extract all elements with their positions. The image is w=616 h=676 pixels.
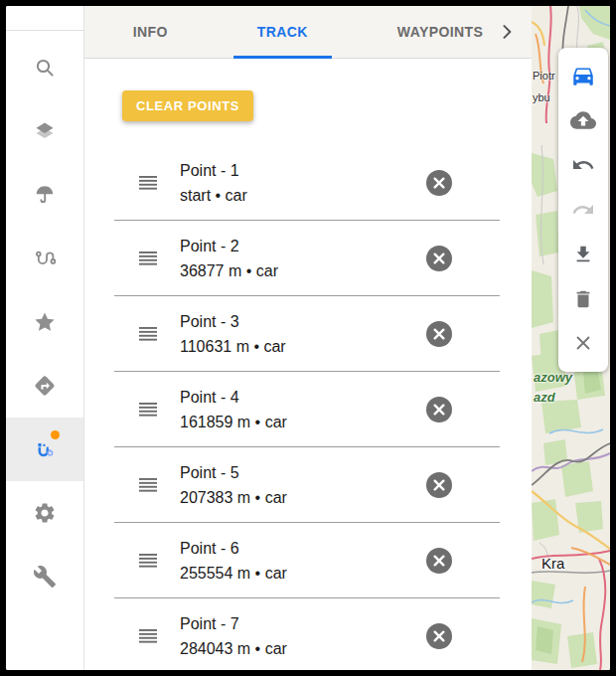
track-points-list: Point - 1 start • car — [114, 145, 500, 670]
undo-icon — [571, 153, 595, 177]
sidebar-item-layers[interactable] — [6, 99, 83, 163]
track-point-row: Point - 2 36877 m • car — [114, 221, 500, 296]
delete-point-button[interactable] — [426, 321, 452, 347]
drag-handle-icon[interactable] — [139, 252, 157, 265]
map-city-label: Kra — [541, 555, 564, 572]
sidebar-item-favorites[interactable] — [6, 290, 83, 354]
drag-handle-icon[interactable] — [139, 403, 157, 417]
undo-button[interactable] — [563, 146, 603, 184]
drag-handle-icon[interactable] — [139, 554, 157, 568]
upload-button[interactable] — [563, 101, 603, 139]
drag-handle-icon[interactable] — [139, 629, 157, 643]
track-point-row: Point - 1 start • car — [114, 145, 500, 221]
track-editor-icon — [33, 437, 57, 461]
car-icon — [570, 63, 596, 88]
point-text: Point - 3 110631 m • car — [180, 309, 286, 359]
close-icon — [433, 328, 445, 340]
track-point-row: Point - 3 110631 m • car — [114, 296, 500, 372]
point-subtitle: start • car — [180, 183, 247, 208]
sidebar-item-tracks[interactable] — [6, 227, 83, 290]
layers-icon — [33, 119, 57, 143]
close-icon — [433, 555, 445, 567]
map-park-label: azd — [534, 390, 555, 405]
delete-point-button[interactable] — [426, 548, 452, 574]
delete-track-button[interactable] — [563, 280, 603, 318]
point-title: Point - 4 — [180, 385, 287, 410]
download-button[interactable] — [563, 236, 603, 273]
drag-handle-icon[interactable] — [139, 327, 157, 341]
delete-point-button[interactable] — [426, 623, 452, 649]
umbrella-icon — [33, 183, 57, 207]
point-text: Point - 7 284043 m • car — [180, 611, 287, 661]
point-text: Point - 1 start • car — [180, 158, 247, 208]
close-icon — [433, 177, 445, 189]
route-profile-car-button[interactable] — [563, 57, 603, 94]
tab-waypoints[interactable]: WAYPOINTS — [374, 6, 507, 58]
point-title: Point - 1 — [180, 158, 247, 183]
delete-point-button[interactable] — [426, 246, 452, 271]
sidebar-item-directions[interactable] — [6, 354, 83, 418]
delete-point-button[interactable] — [426, 472, 452, 498]
wrench-icon — [33, 565, 57, 589]
close-icon — [572, 332, 594, 354]
point-subtitle: 161859 m • car — [180, 410, 287, 434]
star-icon — [32, 309, 58, 335]
point-title: Point - 2 — [180, 234, 278, 258]
point-subtitle: 284043 m • car — [180, 636, 287, 661]
search-icon — [33, 56, 57, 80]
tab-track[interactable]: TRACK — [233, 6, 332, 58]
map-town-label: Piotr — [533, 70, 555, 82]
point-text: Point - 2 36877 m • car — [180, 234, 278, 283]
directions-icon — [33, 374, 57, 398]
tabs-overflow-button[interactable] — [490, 6, 524, 58]
map-view[interactable]: Piotr ybu azowy azd Kra — [532, 6, 610, 670]
delete-point-button[interactable] — [426, 170, 452, 196]
close-icon — [433, 479, 445, 491]
cloud-upload-icon — [570, 107, 596, 133]
map-town-label: ybu — [533, 91, 550, 103]
sidebar-item-tools[interactable] — [6, 545, 83, 608]
close-icon — [433, 630, 445, 642]
tab-info[interactable]: INFO — [109, 6, 192, 58]
chevron-right-icon — [497, 22, 517, 42]
track-tab-content: CLEAR POINTS Point - 1 start • car — [84, 59, 532, 670]
sidebar-item-settings[interactable] — [6, 481, 83, 545]
tab-waypoints-label: WAYPOINTS — [397, 24, 483, 40]
tab-track-label: TRACK — [257, 24, 308, 40]
clear-points-button[interactable]: CLEAR POINTS — [122, 90, 253, 121]
redo-button[interactable] — [563, 191, 603, 229]
map-park-label: azowy — [534, 370, 572, 385]
gear-icon — [33, 501, 57, 525]
point-subtitle: 110631 m • car — [180, 334, 286, 359]
sidebar-item-search[interactable] — [6, 36, 83, 99]
point-title: Point - 7 — [180, 611, 287, 636]
point-subtitle: 36877 m • car — [180, 258, 278, 283]
left-sidebar — [6, 6, 84, 670]
track-point-row: Point - 7 284043 m • car — [114, 598, 500, 670]
download-icon — [572, 244, 594, 265]
close-editor-button[interactable] — [563, 324, 603, 362]
route-icon — [33, 247, 57, 270]
sidebar-item-track-editor[interactable] — [6, 418, 83, 481]
drag-handle-icon[interactable] — [139, 176, 157, 190]
point-text: Point - 6 255554 m • car — [180, 536, 287, 586]
track-point-row: Point - 6 255554 m • car — [114, 523, 500, 598]
point-subtitle: 207383 m • car — [180, 485, 287, 510]
track-editor-toolbar — [558, 48, 608, 372]
track-point-row: Point - 5 207383 m • car — [114, 447, 500, 523]
tab-info-label: INFO — [133, 24, 168, 40]
point-text: Point - 4 161859 m • car — [180, 385, 287, 434]
sidebar-item-weather[interactable] — [6, 163, 83, 227]
sidebar-items — [6, 31, 83, 608]
trash-icon — [572, 288, 594, 310]
delete-point-button[interactable] — [426, 397, 452, 422]
redo-icon — [571, 198, 595, 222]
point-text: Point - 5 207383 m • car — [180, 460, 287, 510]
app-window: INFO TRACK WAYPOINTS CLEAR POINTS — [6, 6, 610, 670]
close-icon — [433, 253, 445, 264]
sidebar-header — [6, 6, 83, 31]
point-title: Point - 6 — [180, 536, 287, 561]
drag-handle-icon[interactable] — [139, 478, 157, 492]
point-title: Point - 5 — [180, 460, 287, 485]
point-title: Point - 3 — [180, 309, 286, 334]
